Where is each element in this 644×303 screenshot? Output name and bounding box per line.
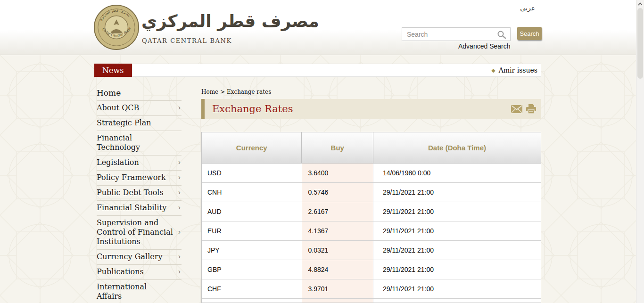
sidebar-item-label: Financial Stability [97,203,166,212]
table-column-header-label: Currency [236,144,267,152]
table-column-header: Date (Doha Time) [373,132,541,163]
currency-cell: AUD [202,202,302,221]
breadcrumb-separator: > [220,89,225,95]
exchange-rates-table: Currency Buy Date (Doha Time) USD 3.6400… [201,132,541,303]
currency-cell: CNH [202,183,302,202]
sidebar-item[interactable]: International Affairs [97,280,182,303]
sidebar-item-label: Policy Framework [97,173,166,182]
sidebar-item-label: Currency Gallery [97,252,162,261]
news-ticker-item[interactable]: Amir issues [499,66,537,74]
buy-rate-cell: 4.1367 [302,221,373,240]
table-row: CHF 3.9701 29/11/2021 21:00 [202,279,541,299]
sidebar-item[interactable]: Legislation [97,156,182,171]
buy-rate-cell: 2.6167 [302,202,373,221]
date-cell: 29/11/2021 21:00 [373,202,541,221]
sidebar-item-label: Legislation [97,158,139,167]
sidebar-item-label: International Affairs [97,282,147,301]
search-area: Search Advanced Search [402,27,541,50]
sidebar-item[interactable]: Publications [97,265,182,280]
table-column-header: Buy [302,132,373,163]
currency-cell: EUR [202,221,302,240]
breadcrumb-home[interactable]: Home [201,89,218,95]
table-column-header-label: Buy [331,144,344,152]
vertical-scrollbar[interactable] [636,0,644,303]
table-column-header: Currency [202,132,302,163]
date-cell: 14/06/1980 0:00 [373,164,541,182]
sidebar-item[interactable]: Financial Stability [97,201,182,216]
page-title-bar: Exchange Rates [201,99,541,119]
sidebar-item-label: Supervision and Control of Financial Ins… [97,218,173,246]
currency-cell: CHF [202,279,302,298]
currency-cell: JPY [202,241,302,260]
table-header-row: Currency Buy Date (Doha Time) [202,132,541,164]
buy-rate-cell: 3.9701 [302,279,373,298]
table-column-header-label: Date (Doha Time) [428,144,486,152]
sidebar-nav: Home About QCB Strategic Plan Financial … [97,86,182,303]
sidebar-item-label: Home [97,88,121,98]
sidebar-item[interactable]: Supervision and Control of Financial Ins… [97,216,182,250]
search-button[interactable]: Search [517,27,542,40]
magnifier-icon[interactable] [497,30,506,39]
sidebar-item[interactable]: About QCB [97,101,182,116]
buy-rate-cell: 4.8824 [302,260,373,279]
table-body: USD 3.6400 14/06/1980 0:00 CNH 0.5746 29… [202,164,541,299]
table-row-partial [202,299,541,303]
page-title: Exchange Rates [212,103,293,115]
scroll-up-arrow-icon[interactable] [637,1,643,7]
sidebar-item-label: Financial Technology [97,133,140,152]
currency-cell: GBP [202,260,302,279]
site-header: مصرف قطر المركزي Qatar Central Bank مصرف… [0,0,636,55]
bank-name-english: QATAR CENTRAL BANK [142,37,232,44]
chevron-right-icon [178,103,181,112]
envelope-icon[interactable] [511,105,522,113]
date-cell: 29/11/2021 21:00 [373,260,541,279]
table-row: AUD 2.6167 29/11/2021 21:00 [202,202,541,221]
sidebar-item[interactable]: Home [97,86,182,101]
sidebar-item[interactable]: Public Debt Tools [97,186,182,201]
news-label: News [94,64,132,77]
chevron-right-icon [178,188,181,197]
sidebar-item[interactable]: Currency Gallery [97,250,182,265]
sidebar-item[interactable]: Financial Technology [97,131,182,156]
chevron-right-icon [178,157,181,167]
breadcrumb: Home > Exchange rates [201,89,271,95]
breadcrumb-current: Exchange rates [227,89,271,95]
date-cell: 29/11/2021 21:00 [373,183,541,202]
sidebar-item-label: About QCB [97,103,139,112]
chevron-right-icon [178,203,181,212]
date-cell: 29/11/2021 21:00 [373,221,541,240]
buy-rate-cell: 3.6400 [302,164,373,182]
chevron-right-icon [178,227,181,237]
table-row: EUR 4.1367 29/11/2021 21:00 [202,221,541,241]
sidebar-item-label: Public Debt Tools [97,188,164,197]
chevron-right-icon [178,267,181,276]
chevron-right-icon [178,252,181,261]
scrollbar-thumb[interactable] [637,8,643,79]
sidebar-item-label: Publications [97,267,144,276]
buy-rate-cell: 0.0321 [302,241,373,260]
table-row: USD 3.6400 14/06/1980 0:00 [202,164,541,183]
search-input[interactable] [402,27,511,41]
chevron-right-icon [178,172,181,182]
news-ticker: ◆ Amir issues [132,64,541,77]
language-switch-link[interactable]: عربى [520,4,535,12]
table-row: JPY 0.0321 29/11/2021 21:00 [202,241,541,260]
news-bar: News ◆ Amir issues [94,64,541,77]
sidebar-item-label: Strategic Plan [97,118,151,127]
bank-name-arabic: مصرف قطر المركزي [141,10,319,33]
printer-icon[interactable] [526,104,537,114]
table-row: GBP 4.8824 29/11/2021 21:00 [202,260,541,279]
date-cell: 29/11/2021 21:00 [373,241,541,260]
sidebar-item[interactable]: Policy Framework [97,171,182,186]
table-row: CNH 0.5746 29/11/2021 21:00 [202,183,541,202]
sidebar-item[interactable]: Strategic Plan [97,116,182,131]
advanced-search-link[interactable]: Advanced Search [458,42,511,50]
currency-cell: USD [202,164,302,182]
date-cell: 29/11/2021 21:00 [373,279,541,298]
buy-rate-cell: 0.5746 [302,183,373,202]
diamond-bullet-icon: ◆ [491,67,495,74]
qcb-seal-logo[interactable]: مصرف قطر المركزي Qatar Central Bank [93,4,140,50]
